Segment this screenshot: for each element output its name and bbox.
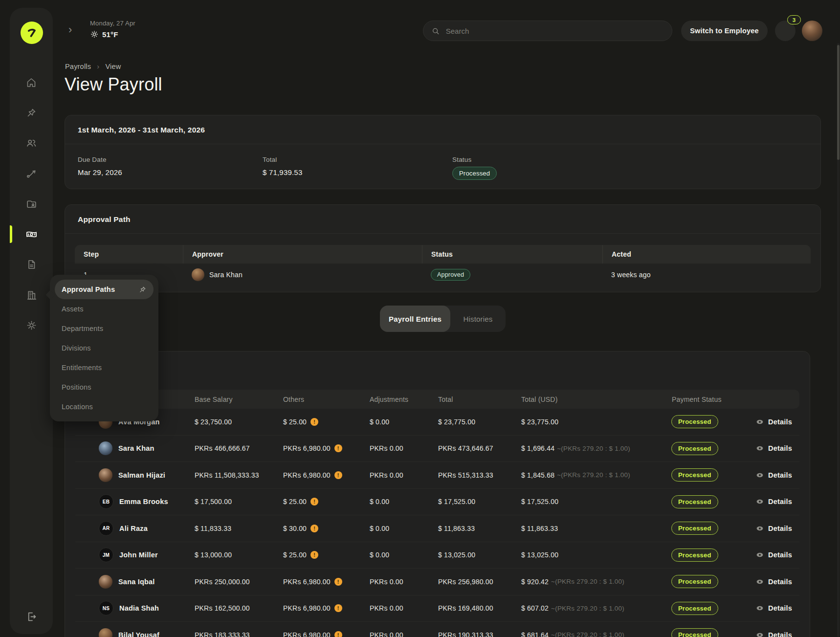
warning-icon[interactable] <box>310 525 318 532</box>
others-value: PKRs 6,980.00 <box>283 578 331 586</box>
details-button[interactable]: Details <box>755 604 792 613</box>
flyout-item-approval-paths[interactable]: Approval Paths <box>55 280 154 299</box>
others-value: $ 25.00 <box>283 551 307 559</box>
base-salary-value: PKRs 11,508,333.33 <box>195 471 283 479</box>
eye-icon <box>755 471 764 480</box>
sidebar-item-records[interactable] <box>10 189 53 219</box>
search-input[interactable] <box>445 26 664 36</box>
employee-avatar: AR <box>99 521 113 536</box>
sidebar-item-payroll[interactable] <box>10 219 53 249</box>
total-usd-value: $ 920.42 <box>521 578 549 586</box>
search-bar[interactable] <box>423 21 672 41</box>
flyout-item-locations[interactable]: Locations <box>55 397 154 417</box>
warning-icon[interactable] <box>310 551 318 559</box>
total-value: $ 13,025.00 <box>438 551 521 559</box>
approval-path-table: Step Approver Status Acted 1 Sara Khan A… <box>75 245 811 286</box>
details-button[interactable]: Details <box>755 444 792 453</box>
details-button[interactable]: Details <box>755 497 792 506</box>
total-value: PKRs 169,480.00 <box>438 604 521 612</box>
scrollbar-thumb[interactable] <box>837 45 840 160</box>
trend-arrow-icon <box>25 168 38 180</box>
sidebar <box>10 8 53 634</box>
app-logo[interactable] <box>21 22 43 44</box>
users-icon <box>25 137 38 150</box>
total-value: $ 11,863.33 <box>438 525 521 532</box>
payment-status-badge: Processed <box>671 549 718 562</box>
details-button[interactable]: Details <box>755 631 792 637</box>
warning-icon[interactable] <box>310 418 318 426</box>
warning-icon[interactable] <box>334 578 342 586</box>
employee-avatar: JM <box>99 548 113 562</box>
adjustments-value: $ 0.00 <box>370 498 438 505</box>
payment-status-badge: Processed <box>671 468 718 482</box>
tab-histories[interactable]: Histories <box>450 306 506 332</box>
flyout-item-entitlements[interactable]: Entitlements <box>55 358 154 377</box>
total-value: $ 71,939.53 <box>263 168 302 176</box>
user-avatar[interactable] <box>802 21 822 41</box>
flyout-item-assets[interactable]: Assets <box>55 299 154 319</box>
base-salary-value: $ 17,500.00 <box>195 498 283 505</box>
warning-icon[interactable] <box>334 631 342 637</box>
status-badge: Processed <box>452 167 497 180</box>
total-usd-value: $ 23,775.00 <box>521 418 558 426</box>
warning-icon[interactable] <box>334 444 342 452</box>
warning-icon[interactable] <box>334 471 342 479</box>
sidebar-item-pins[interactable] <box>10 98 53 128</box>
payment-status-cell: Processed <box>667 468 755 482</box>
total-usd-cell: $ 11,863.33 <box>521 525 667 532</box>
switch-to-employee-button[interactable]: Switch to Employee <box>681 21 768 41</box>
flyout-item-divisions[interactable]: Divisions <box>55 338 154 358</box>
breadcrumb-view[interactable]: View <box>105 63 121 70</box>
eye-icon <box>755 497 764 506</box>
flyout-item-positions[interactable]: Positions <box>55 377 154 397</box>
divider <box>65 233 820 234</box>
tab-payroll-entries[interactable]: Payroll Entries <box>380 306 450 332</box>
payroll-row[interactable]: Sara Khan PKRs 466,666.67 PKRs 6,980.00 … <box>75 435 799 462</box>
details-label: Details <box>768 604 792 612</box>
temperature: 51°F <box>102 30 118 39</box>
payroll-row[interactable]: Bilal Yousaf PKRs 183,333.33 PKRs 6,980.… <box>75 621 799 637</box>
sidebar-item-people[interactable] <box>10 128 53 158</box>
col-total: Total <box>438 395 521 403</box>
sidebar-item-documents[interactable] <box>10 249 53 280</box>
payroll-row[interactable]: JM John Miller $ 13,000.00 $ 25.00 $ 0.0… <box>75 542 799 569</box>
breadcrumb-payrolls[interactable]: Payrolls <box>65 63 91 70</box>
employee-name: Sara Khan <box>118 444 155 452</box>
employee-avatar <box>99 441 112 455</box>
details-button[interactable]: Details <box>755 524 792 533</box>
details-button[interactable]: Details <box>755 550 792 559</box>
col-acted: Acted <box>602 245 811 264</box>
payment-status-cell: Processed <box>667 602 755 615</box>
usd-exchange-rate: ~(PKRs 279.20 : $ 1.00) <box>551 631 624 637</box>
payment-status-cell: Processed <box>667 415 755 428</box>
approver-name: Sara Khan <box>209 271 243 279</box>
due-date-field: Due Date Mar 29, 2026 <box>78 156 122 176</box>
payroll-row[interactable]: AR Ali Raza $ 11,833.33 $ 30.00 $ 0.00 $… <box>75 515 799 542</box>
others-cell: PKRs 6,980.00 <box>283 631 370 637</box>
details-button[interactable]: Details <box>755 577 792 586</box>
payroll-row[interactable]: Ava Morgan $ 23,750.00 $ 25.00 $ 0.00 $ … <box>75 409 799 435</box>
sidebar-item-settings[interactable] <box>10 310 53 340</box>
payroll-period: 1st March, 2026 - 31st March, 2026 <box>65 115 820 134</box>
details-label: Details <box>768 631 792 637</box>
payroll-row[interactable]: NS Nadia Shah PKRs 162,500.00 PKRs 6,980… <box>75 595 799 622</box>
warning-icon[interactable] <box>334 604 342 612</box>
warning-icon[interactable] <box>310 498 318 505</box>
sidebar-expand-chevron[interactable]: › <box>68 23 72 36</box>
payroll-table-header: Base Salary Others Adjustments Total Tot… <box>75 390 799 409</box>
logout-button[interactable] <box>10 602 53 631</box>
sidebar-item-trends[interactable] <box>10 158 53 189</box>
base-salary-value: PKRs 162,500.00 <box>195 604 283 612</box>
pin-icon[interactable] <box>138 286 147 294</box>
details-button[interactable]: Details <box>755 417 792 426</box>
payroll-row[interactable]: Sana Iqbal PKRs 250,000.00 PKRs 6,980.00… <box>75 568 799 595</box>
flyout-item-departments[interactable]: Departments <box>55 319 154 338</box>
details-button[interactable]: Details <box>755 471 792 480</box>
payroll-row[interactable]: EB Emma Brooks $ 17,500.00 $ 25.00 $ 0.0… <box>75 488 799 515</box>
others-value: PKRs 6,980.00 <box>283 471 331 479</box>
sidebar-item-home[interactable] <box>10 67 53 98</box>
others-value: PKRs 6,980.00 <box>283 444 331 452</box>
approval-acted: 3 weeks ago <box>602 271 811 279</box>
approver-avatar <box>192 268 204 281</box>
payroll-row[interactable]: Salman Hijazi PKRs 11,508,333.33 PKRs 6,… <box>75 461 799 488</box>
